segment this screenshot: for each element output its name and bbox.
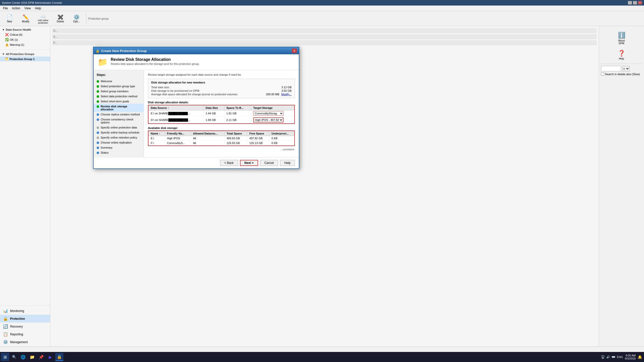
provisioned-value: 3.92 GB	[281, 89, 292, 92]
modify-button[interactable]: ✏️ Modify	[18, 13, 33, 24]
size-d: 1.68 GB	[204, 117, 224, 123]
dialog-title: 🔒 Create New Protection Group	[96, 49, 147, 53]
datasource-health-header[interactable]: ▼ Data Source Health	[0, 27, 50, 32]
step-online-replication[interactable]: Choose online replication	[94, 140, 144, 145]
sidebar-item-ok[interactable]: ✅ OK (1)	[0, 37, 50, 42]
avail-name-f: F:\	[149, 141, 165, 146]
step-replica-creation[interactable]: Choose replica creation method	[94, 112, 144, 117]
alloc-row-total: Total data size: 3.12 GB	[151, 85, 292, 89]
avail-total-f: 126.93 GB	[224, 141, 247, 146]
menu-file[interactable]: File	[1, 6, 10, 11]
create-new-protection-group-dialog: 🔒 Create New Protection Group ✕ 📁 Review…	[93, 47, 299, 169]
new-button[interactable]: 📄 New	[2, 13, 17, 24]
allocation-row-e: E:\ on SHARE██████████... 1.44 GB 1.81 G…	[149, 110, 294, 117]
warning-label: Warning (1)	[10, 43, 24, 46]
step-status[interactable]: Status	[94, 150, 144, 155]
step-welcome[interactable]: Welcome	[94, 79, 144, 84]
sidebar-item-pg1[interactable]: 🗂️ Protection Group 1	[0, 57, 50, 61]
step-online-backup[interactable]: Specify online backup schedule	[94, 130, 144, 135]
step-label-online-backup: Specify online backup schedule	[101, 131, 139, 134]
step-label-review-disk: Review disk storage allocation	[101, 105, 141, 111]
delete-button[interactable]: ✖️ Delete	[53, 13, 68, 24]
step-label-select-type: Select protection group type	[101, 85, 135, 88]
back-button[interactable]: < Back	[220, 160, 238, 166]
menu-view[interactable]: View	[22, 6, 33, 11]
add-online-button[interactable]: ☁️ Add onlineprotection	[34, 12, 52, 25]
protection-groups-header[interactable]: ▼ All Protection Groups	[0, 52, 50, 57]
avail-free-e: 497.82 GB	[247, 136, 269, 141]
step-label-retention: Specify online retention policy	[101, 136, 137, 139]
options-icon: ⚙️	[73, 14, 80, 20]
protection-groups-section: ▼ All Protection Groups 🗂️ Protection Gr…	[0, 51, 50, 62]
sidebar-item-critical[interactable]: ❌ Critical (0)	[0, 32, 50, 37]
step-label-consistency: Choose consistency check options	[101, 118, 141, 124]
toolbar: 📄 New ✏️ Modify ☁️ Add onlineprotection …	[0, 11, 344, 26]
step-consistency-check[interactable]: Choose consistency check options	[94, 117, 144, 125]
step-review-disk[interactable]: Review disk storage allocation	[94, 104, 144, 112]
avail-col-friendly: Friendly Na...	[165, 131, 191, 136]
step-bullet-summary	[97, 147, 99, 149]
step-summary[interactable]: Summary	[94, 145, 144, 150]
step-label-replica: Choose replica creation method	[101, 113, 140, 116]
step-retention-policy[interactable]: Specify online retention policy	[94, 135, 144, 140]
col-datasize: Data Size	[204, 106, 224, 110]
background-content: G... S... P...	[50, 26, 344, 48]
dialog-content: Steps: Welcome Select protection group t…	[94, 70, 299, 157]
step-label-online-protection: Specify online protection data	[101, 126, 137, 129]
add-online-label: Add onlineprotection	[38, 19, 49, 24]
allocation-row-d: D:\ on SHARE██████████... 1.68 GB 2.11 G…	[149, 117, 294, 123]
dialog-body: Steps: Welcome Select protection group t…	[94, 70, 299, 168]
avail-under-f: 0 KB	[269, 141, 294, 146]
avail-col-free: Free Space	[247, 131, 269, 136]
modify-link[interactable]: Modify...	[281, 93, 292, 96]
step-label-summary: Summary	[101, 146, 112, 149]
step-bullet-status	[97, 152, 99, 154]
ok-icon: ✅	[5, 38, 9, 41]
avail-friendly-e: High IPOS	[165, 136, 191, 141]
col-spacetob: Space To B...	[224, 106, 251, 110]
menu-help[interactable]: Help	[33, 6, 43, 11]
critical-icon: ❌	[5, 33, 9, 36]
menu-action[interactable]: Action	[10, 6, 22, 11]
modify-icon: ✏️	[23, 14, 29, 20]
sidebar-divider-1	[0, 49, 50, 50]
steps-panel: Steps: Welcome Select protection group t…	[94, 70, 144, 157]
delete-icon: ✖️	[57, 14, 64, 20]
source-d: D:\ on SHARE██████████...	[149, 117, 204, 123]
target-e: CommodityStorag High IPOS - 497.82 GB	[251, 110, 294, 117]
target-select-d[interactable]: High IPOS - 497.82... CommodityStorag	[253, 117, 284, 122]
allocation-details-title: Disk storage allocation details:	[148, 101, 295, 104]
step-online-protection[interactable]: Specify online protection data	[94, 125, 144, 130]
next-button[interactable]: Next >	[240, 160, 258, 166]
space-d: 2.11 GB	[224, 117, 251, 123]
step-select-protection-method[interactable]: Select data protection method	[94, 94, 144, 99]
step-select-type[interactable]: Select protection group type	[94, 84, 144, 89]
step-label-status: Status	[101, 151, 108, 154]
dialog-header: 📁 Review Disk Storage Allocation Review …	[94, 54, 299, 70]
step-label-short-term: Select short-term goals	[101, 100, 129, 103]
help-button[interactable]: Help	[280, 160, 295, 166]
sidebar-item-warning[interactable]: ⚠️ Warning (1)	[0, 42, 50, 47]
avail-free-f: 125.13 GB	[247, 141, 269, 146]
dialog-main-area: Review target storage assigned for each …	[144, 70, 299, 157]
dialog-header-text: Review Disk Storage Allocation Review di…	[111, 57, 199, 65]
target-select-e[interactable]: CommodityStorag High IPOS - 497.82 GB	[253, 111, 284, 116]
dialog-close-button[interactable]: ✕	[292, 49, 297, 53]
options-button[interactable]: ⚙️ Opti...	[69, 13, 84, 24]
step-short-term-goals[interactable]: Select short-term goals	[94, 99, 144, 104]
step-label-select-members: Select group members	[101, 90, 129, 93]
collapse-icon: ▼	[2, 28, 5, 31]
step-bullet-consistency	[97, 118, 99, 121]
available-storage-table: Name ↑ Friendly Na... Allowed Datasou...…	[148, 131, 294, 146]
avail-col-allowed: Allowed Datasou...	[191, 131, 224, 136]
dialog-main-title: Review Disk Storage Allocation	[111, 57, 199, 62]
step-bullet-replica	[97, 113, 99, 116]
avail-under-e: 0 KB	[269, 136, 294, 141]
collapse-icon-2: ▼	[2, 53, 5, 56]
cancel-button[interactable]: Cancel	[260, 160, 278, 166]
allocation-details-table-container: Data Source ↑ Data Size Space To B... Ta…	[148, 105, 295, 124]
pg1-icon: 🗂️	[5, 57, 9, 61]
step-select-members[interactable]: Select group members	[94, 89, 144, 94]
total-data-value: 3.12 GB	[281, 86, 292, 89]
avail-name-e: E:\	[149, 136, 165, 141]
